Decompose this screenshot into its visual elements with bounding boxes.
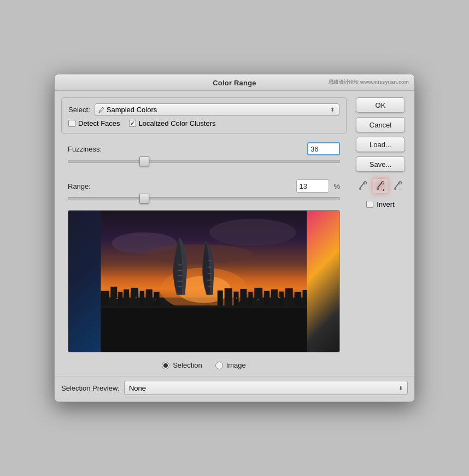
svg-rect-26 — [303, 290, 307, 307]
svg-point-34 — [279, 297, 280, 298]
select-value: Sampled Colors — [107, 106, 157, 114]
range-percent: % — [333, 182, 340, 190]
dialog-title: Color Range — [213, 79, 256, 87]
selection-radio-label: Selection — [173, 361, 202, 369]
svg-rect-21 — [264, 291, 269, 307]
select-dropdown[interactable]: 🖊 Sampled Colors ⬍ — [95, 103, 339, 116]
svg-rect-17 — [234, 292, 239, 307]
svg-rect-28 — [101, 306, 307, 308]
svg-rect-43 — [394, 188, 396, 190]
svg-rect-22 — [271, 289, 278, 307]
fuzziness-slider-thumb[interactable] — [139, 156, 149, 166]
right-panel: OK Cancel Load... Save... — [353, 97, 408, 369]
invert-checkbox[interactable] — [366, 201, 373, 208]
color-range-dialog: Color Range 思绩设计论坛 www.missyuan.com Sele… — [54, 74, 415, 402]
svg-point-30 — [136, 297, 137, 298]
radio-row: Selection Image — [61, 361, 347, 369]
image-radio[interactable] — [215, 362, 223, 369]
invert-label: Invert — [377, 200, 395, 208]
svg-rect-12 — [140, 291, 144, 307]
svg-rect-11 — [131, 288, 138, 307]
image-radio-label: Image — [226, 361, 246, 369]
fuzziness-slider-track[interactable] — [68, 160, 340, 163]
svg-rect-24 — [285, 288, 293, 307]
localized-color-clusters-checkbox[interactable] — [129, 120, 136, 127]
dialog-body: Select: 🖊 Sampled Colors ⬍ Detect Faces — [55, 91, 414, 376]
image-radio-item[interactable]: Image — [215, 361, 246, 369]
svg-rect-27 — [101, 306, 307, 352]
localized-color-clusters-label: Localized Color Clusters — [139, 119, 216, 127]
svg-rect-14 — [154, 292, 160, 307]
svg-rect-8 — [110, 287, 117, 307]
eyedropper-normal-button[interactable] — [355, 178, 371, 194]
select-row: Select: 🖊 Sampled Colors ⬍ — [68, 103, 339, 116]
range-slider-track[interactable] — [68, 197, 340, 200]
ok-button[interactable]: OK — [356, 97, 405, 113]
fuzziness-section: Fuzziness: — [61, 138, 347, 169]
range-row: Range: % — [68, 179, 340, 193]
selection-preview-value: None — [129, 384, 146, 392]
eyedropper-add-icon: + — [375, 181, 386, 191]
selection-radio-item[interactable]: Selection — [162, 361, 202, 369]
eyedropper-subtract-button[interactable]: – — [390, 178, 406, 194]
svg-text:–: – — [399, 186, 402, 191]
svg-point-3 — [209, 219, 296, 246]
svg-rect-13 — [146, 289, 153, 307]
bottom-row: Selection Preview: None ⬍ — [55, 376, 414, 402]
svg-point-32 — [236, 298, 237, 299]
selection-preview-chevron-icon: ⬍ — [398, 385, 403, 391]
range-slider-thumb[interactable] — [139, 194, 149, 204]
left-panel: Select: 🖊 Sampled Colors ⬍ Detect Faces — [61, 97, 347, 369]
svg-point-29 — [116, 298, 118, 299]
watermark: 思绩设计论坛 www.missyuan.com — [329, 79, 409, 86]
svg-rect-9 — [118, 292, 122, 307]
detect-faces-checkbox[interactable] — [68, 120, 75, 127]
fuzziness-row: Fuzziness: — [68, 142, 340, 155]
svg-rect-10 — [124, 289, 129, 307]
fuzziness-input[interactable] — [307, 142, 340, 155]
selection-preview-label: Selection Preview: — [61, 384, 120, 392]
preview-image[interactable] — [68, 210, 340, 352]
select-section: Select: 🖊 Sampled Colors ⬍ Detect Faces — [61, 97, 347, 133]
svg-rect-25 — [295, 292, 301, 307]
checkboxes-row: Detect Faces Localized Color Clusters — [68, 119, 339, 127]
svg-point-31 — [155, 299, 156, 300]
svg-point-33 — [257, 299, 259, 300]
svg-rect-19 — [248, 292, 253, 307]
localized-color-clusters-item[interactable]: Localized Color Clusters — [129, 119, 216, 127]
svg-rect-20 — [254, 288, 262, 307]
svg-rect-23 — [279, 292, 284, 307]
range-label: Range: — [68, 182, 91, 190]
select-label: Select: — [68, 106, 90, 114]
title-bar: Color Range 思绩设计论坛 www.missyuan.com — [55, 74, 414, 91]
eyedropper-small-icon: 🖊 — [98, 107, 104, 113]
eyedropper-add-button[interactable]: + — [373, 178, 388, 194]
svg-text:+: + — [382, 188, 385, 191]
range-input[interactable] — [296, 179, 329, 193]
select-dropdown-inner: 🖊 Sampled Colors — [98, 106, 157, 114]
svg-point-4 — [144, 245, 253, 264]
fuzziness-label: Fuzziness: — [68, 145, 102, 153]
save-button[interactable]: Save... — [356, 156, 405, 172]
cancel-button[interactable]: Cancel — [356, 117, 405, 132]
detect-faces-label: Detect Faces — [78, 119, 120, 127]
preview-svg — [68, 211, 339, 352]
svg-rect-16 — [225, 288, 232, 307]
select-chevron-icon: ⬍ — [330, 107, 335, 113]
range-section: Range: % — [61, 175, 347, 206]
svg-rect-15 — [218, 291, 223, 307]
selection-preview-dropdown[interactable]: None ⬍ — [124, 381, 408, 395]
svg-rect-39 — [377, 188, 379, 190]
selection-radio[interactable] — [162, 362, 169, 369]
svg-rect-7 — [101, 291, 109, 307]
detect-faces-item[interactable]: Detect Faces — [68, 119, 120, 127]
load-button[interactable]: Load... — [356, 137, 405, 152]
svg-rect-18 — [240, 289, 247, 307]
preview-container — [61, 210, 347, 352]
eyedropper-icon — [358, 181, 368, 191]
svg-rect-36 — [359, 188, 361, 190]
eyedropper-subtract-icon: – — [393, 181, 403, 191]
eyedropper-tools: + – — [355, 178, 406, 194]
invert-row[interactable]: Invert — [366, 200, 395, 208]
